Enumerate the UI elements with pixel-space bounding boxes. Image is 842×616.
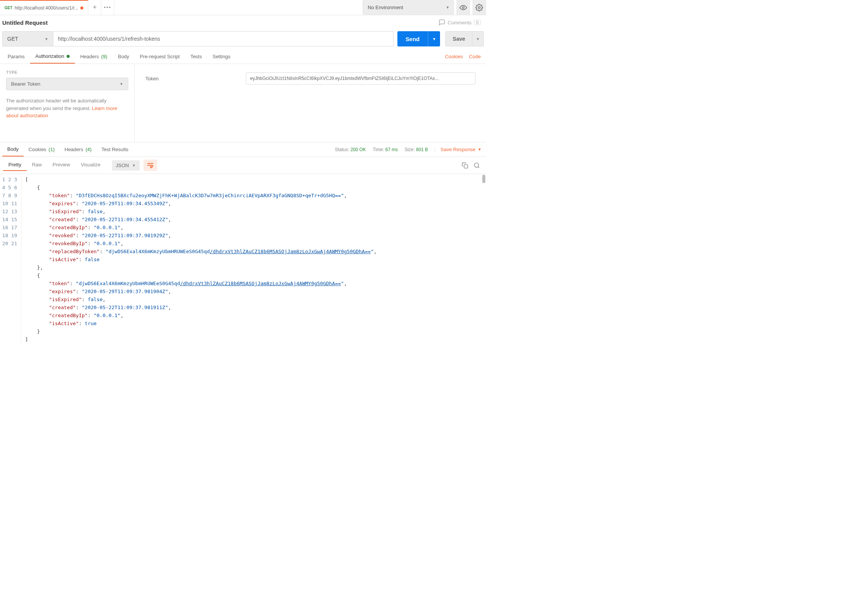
status-meta: Status: 200 OK	[335, 147, 366, 152]
authorization-left: TYPE Bearer Token ▼ The authorization he…	[0, 64, 135, 142]
size-meta: Size: 801 B	[405, 147, 428, 152]
view-pretty[interactable]: Pretty	[3, 159, 27, 171]
save-response-button[interactable]: Save Response ▼	[435, 147, 482, 152]
tab-label: Body	[118, 54, 129, 59]
wrap-icon	[147, 162, 154, 168]
wrap-lines-button[interactable]	[144, 160, 157, 171]
save-response-label: Save Response	[440, 147, 475, 152]
settings-button[interactable]	[472, 0, 486, 15]
save-button[interactable]: Save	[445, 31, 472, 46]
auth-type-selected: Bearer Token	[11, 81, 40, 87]
tab-overflow-button[interactable]: •••	[101, 0, 114, 15]
tab-authorization[interactable]: Authorization	[30, 49, 75, 64]
scrollbar-thumb[interactable]	[482, 175, 485, 183]
environment-select[interactable]: No Environment ▼	[363, 0, 454, 15]
tab-settings[interactable]: Settings	[207, 49, 236, 64]
comments-count: 0	[474, 20, 481, 25]
search-button[interactable]	[474, 162, 480, 169]
view-raw[interactable]: Raw	[27, 159, 47, 171]
unsaved-dot-icon	[80, 6, 83, 10]
comments-label: Comments	[448, 20, 472, 26]
send-label: Send	[406, 36, 420, 42]
save-dropdown[interactable]: ▼	[472, 31, 484, 46]
svg-point-1	[478, 6, 480, 8]
tab-label: Test Results	[102, 147, 129, 152]
chevron-down-icon: ▼	[45, 37, 48, 41]
search-icon	[474, 162, 480, 169]
view-visualize[interactable]: Visualize	[75, 159, 106, 171]
svg-point-0	[462, 6, 464, 8]
token-label: Token	[145, 76, 237, 81]
comment-icon	[439, 19, 445, 26]
svg-rect-3	[464, 164, 467, 168]
add-tab-button[interactable]: +	[88, 0, 101, 15]
request-line: GET ▼ Send ▼ Save ▼	[0, 29, 486, 49]
response-body-viewer[interactable]: 1 2 3 4 5 6 7 8 9 10 11 12 13 14 15 16 1…	[0, 174, 486, 343]
tab-prerequest[interactable]: Pre-request Script	[134, 49, 185, 64]
plus-icon: +	[93, 3, 97, 11]
environment-selected: No Environment	[368, 5, 403, 10]
auth-type-select[interactable]: Bearer Token ▼	[6, 78, 128, 90]
request-tab[interactable]: GET http://localhost:4000/users/1/r...	[0, 0, 88, 15]
view-preview[interactable]: Preview	[47, 159, 75, 171]
token-input[interactable]	[246, 72, 475, 85]
method-select[interactable]: GET ▼	[2, 31, 53, 46]
ellipsis-icon: •••	[104, 5, 112, 10]
format-selected: JSON	[116, 163, 129, 168]
resp-tab-cookies[interactable]: Cookies (1)	[24, 142, 60, 156]
active-dot-icon	[67, 55, 70, 58]
line-gutter: 1 2 3 4 5 6 7 8 9 10 11 12 13 14 15 16 1…	[0, 174, 21, 343]
chevron-down-icon: ▼	[478, 147, 482, 152]
response-viewer-toolbar: Pretty Raw Preview Visualize JSON ▼	[0, 157, 486, 174]
tab-label: Headers	[80, 54, 99, 59]
send-button-group: Send ▼	[397, 31, 440, 46]
tab-title: http://localhost:4000/users/1/r...	[15, 5, 78, 11]
resp-tab-testresults[interactable]: Test Results	[97, 142, 134, 156]
tab-params[interactable]: Params	[2, 49, 30, 64]
response-tabs: Body Cookies (1) Headers (4) Test Result…	[0, 142, 486, 157]
auth-help-static: The authorization header will be automat…	[6, 98, 107, 111]
tab-headers[interactable]: Headers (9)	[75, 49, 113, 64]
tab-label: Headers	[65, 147, 83, 152]
save-button-group: Save ▼	[445, 31, 484, 46]
gear-icon	[475, 4, 483, 11]
chevron-down-icon: ▼	[132, 163, 136, 168]
tab-label: Cookies	[29, 147, 46, 152]
svg-point-4	[474, 163, 478, 167]
resp-tab-body[interactable]: Body	[2, 142, 24, 156]
tab-method: GET	[5, 6, 13, 10]
format-select[interactable]: JSON ▼	[112, 160, 140, 171]
tab-label: Params	[8, 54, 25, 59]
view-mode-group: Pretty Raw Preview Visualize	[3, 159, 106, 171]
resp-tab-headers[interactable]: Headers (4)	[60, 142, 97, 156]
count-badge: (4)	[86, 147, 92, 152]
chevron-down-icon: ▼	[432, 37, 436, 41]
request-tabs: Params Authorization Headers (9) Body Pr…	[0, 49, 486, 64]
copy-button[interactable]	[462, 162, 468, 169]
tab-bar: GET http://localhost:4000/users/1/r... +…	[0, 0, 486, 15]
tab-label: Pre-request Script	[140, 54, 180, 59]
method-selected: GET	[7, 36, 18, 42]
chevron-down-icon: ▼	[446, 5, 450, 10]
copy-icon	[462, 162, 468, 169]
eye-icon	[459, 4, 467, 11]
code-lines[interactable]: [ { "token": "D3fEDCHs8OzqI5BXcfu2eoyXMW…	[21, 174, 486, 343]
comments-button[interactable]: Comments 0	[439, 19, 481, 26]
tab-label: Body	[7, 146, 19, 152]
cookies-link[interactable]: Cookies	[445, 54, 463, 59]
send-button[interactable]: Send	[397, 31, 428, 46]
count-badge: (9)	[101, 54, 107, 59]
auth-help-text: The authorization header will be automat…	[6, 97, 128, 120]
auth-type-label: TYPE	[6, 70, 128, 75]
tab-label: Authorization	[35, 53, 64, 59]
tab-body[interactable]: Body	[113, 49, 135, 64]
url-input[interactable]	[53, 31, 394, 46]
environment-quicklook-button[interactable]	[456, 0, 470, 15]
authorization-right: Token	[135, 64, 486, 142]
tab-tests[interactable]: Tests	[185, 49, 207, 64]
request-title[interactable]: Untitled Request	[2, 19, 48, 26]
time-meta: Time: 67 ms	[373, 147, 398, 152]
save-label: Save	[453, 36, 465, 42]
code-link[interactable]: Code	[469, 54, 481, 59]
send-dropdown[interactable]: ▼	[428, 31, 440, 46]
